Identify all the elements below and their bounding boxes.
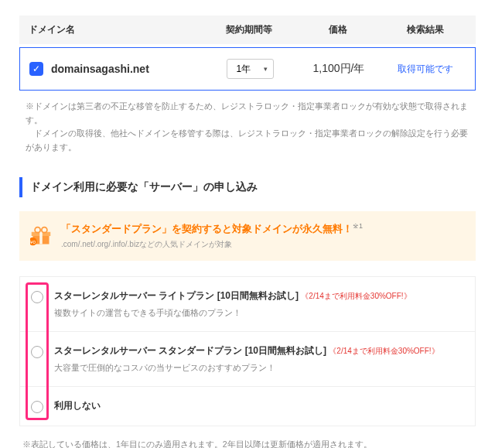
plan-option-standard[interactable]: スターレンタルサーバー スタンダードプラン [10日間無料お試し] 《2/14ま… <box>20 332 475 387</box>
price-footnotes: ※表記している価格は、1年目にのみ適用されます。2年目以降は更新価格が適用されま… <box>22 437 476 448</box>
promo-line1: 「スタンダードプラン」を契約すると対象ドメインが永久無料！ <box>61 224 353 235</box>
radio-icon[interactable] <box>31 346 43 358</box>
domain-checkbox[interactable]: ✓ <box>29 62 43 76</box>
section-heading: ドメイン利用に必要な「サーバー」の申し込み <box>19 177 476 197</box>
radio-icon[interactable] <box>31 291 43 303</box>
gift-icon: ¥0 <box>30 225 52 247</box>
radio-icon[interactable] <box>31 401 43 413</box>
promo-note-mark: ※1 <box>353 222 363 230</box>
plan-option-light[interactable]: スターレンタルサーバー ライトプラン [10日間無料お試し] 《2/14まで利用… <box>20 277 475 332</box>
domain-table-row: ✓ domainsagashi.net 1年 ▾ 1,100円/年 取得可能です <box>19 47 476 91</box>
domain-table-header: ドメイン名 契約期間等 価格 検索結果 <box>19 15 476 44</box>
col-period: 契約期間等 <box>207 23 292 36</box>
col-domain: ドメイン名 <box>29 23 207 36</box>
price-text: 1,100円/年 <box>292 62 385 76</box>
plan-option-none[interactable]: 利用しない <box>20 387 475 426</box>
svg-rect-2 <box>39 232 43 245</box>
domain-name-text: domainsagashi.net <box>51 63 149 75</box>
svg-text:¥0: ¥0 <box>30 239 36 245</box>
col-result: 検索結果 <box>384 23 466 36</box>
col-price: 価格 <box>292 23 384 36</box>
svg-point-3 <box>35 227 40 233</box>
promo-banner: ¥0 「スタンダードプラン」を契約すると対象ドメインが永久無料！※1 .com/… <box>19 211 476 260</box>
availability-text: 取得可能です <box>398 63 453 74</box>
promo-line2: .com/.net/.org/.info/.bizなどの人気ドメインが対象 <box>61 239 363 250</box>
svg-point-4 <box>42 227 47 233</box>
plan-list: スターレンタルサーバー ライトプラン [10日間無料お試し] 《2/14まで利用… <box>19 276 476 426</box>
period-select[interactable]: 1年 <box>227 59 274 79</box>
table-footnote: ※ドメインは第三者の不正な移管を防止するため、レジストラロック・指定事業者ロック… <box>26 100 476 154</box>
